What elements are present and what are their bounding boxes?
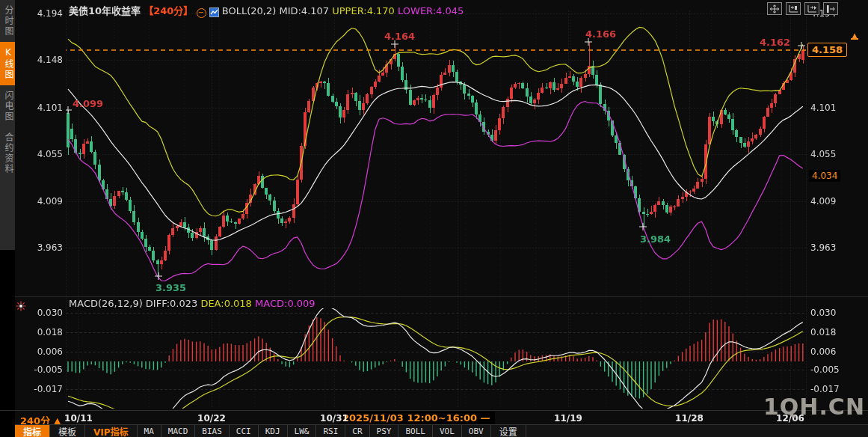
- toolbar-item-KDJ[interactable]: KDJ: [259, 425, 288, 437]
- current-price-box: 4.158: [807, 43, 847, 57]
- sidebar-tab-2[interactable]: K线图: [0, 42, 15, 85]
- time-axis: 240分 ▲ 2025/11/03 12:00~16:00 — 10/1110/…: [0, 410, 868, 425]
- macd-diff-label: MACD(26,12,9) DIFF:0.023: [69, 298, 197, 309]
- extreme-label-4.164: 4.164: [384, 31, 415, 42]
- extreme-label-3.935: 3.935: [156, 282, 186, 293]
- toolbar-item-MACD[interactable]: MACD: [161, 425, 196, 437]
- macd-axis-label-right-0.006: 0.006: [810, 346, 836, 357]
- bar-time-tooltip: 2025/11/03 12:00~16:00 —: [338, 412, 495, 424]
- toolbar-item-BIAS[interactable]: BIAS: [195, 425, 230, 437]
- price-axis-label-left-3.963: 3.963: [13, 242, 63, 253]
- shift-right-icon[interactable]: [823, 2, 838, 15]
- toolbar-item-CR[interactable]: CR: [345, 425, 369, 437]
- toolbar-item-BOLL[interactable]: BOLL: [398, 425, 433, 437]
- compress-axis-icon[interactable]: [786, 2, 801, 15]
- mini-chart-icon[interactable]: [209, 7, 219, 18]
- indicator-toolbar: 指标模板VIP指标MAMACDBIASCCIKDJLW&RSICRPSYBOLL…: [15, 424, 868, 437]
- price-axis-label-left-4.101: 4.101: [13, 103, 63, 113]
- price-axis-label-right-4.101: 4.101: [810, 103, 836, 113]
- macd-axis-label-right-0.018: 0.018: [810, 327, 836, 337]
- expand-axis-icon[interactable]: [804, 2, 819, 15]
- macd-axis-label-left--0.005: -0.005: [13, 364, 63, 375]
- toolbar-item-指标[interactable]: 指标: [15, 425, 50, 437]
- time-tick-10/22: 10/22: [197, 413, 226, 424]
- instrument-title: 美债10年收益率: [69, 5, 141, 16]
- price-up-arrow-icon: ▲: [851, 32, 858, 40]
- pan-icon[interactable]: [767, 2, 782, 15]
- toolbar-item-LW&[interactable]: LW&: [288, 425, 317, 437]
- boll-mid-label: BOLL(20,2) MID:4.107: [222, 5, 329, 16]
- boll-upper-label: UPPER:4.170: [332, 5, 395, 16]
- time-tick-10/11: 10/11: [64, 413, 93, 424]
- toolbar-item-设置[interactable]: 设置: [491, 425, 526, 437]
- collapse-indicator-icon[interactable]: −: [197, 8, 206, 18]
- time-tick-11/19: 11/19: [554, 413, 582, 424]
- chart-tool-icons: [767, 2, 838, 15]
- candlestick-chart-canvas[interactable]: [0, 0, 868, 437]
- toolbar-item-模板[interactable]: 模板: [50, 425, 85, 437]
- macd-axis-label-right--0.017: -0.017: [810, 384, 840, 394]
- watermark: 1QH.CN: [763, 394, 865, 420]
- time-tick-10/31: 10/31: [320, 413, 348, 424]
- toolbar-item-CCI[interactable]: CCI: [230, 425, 259, 437]
- left-sidebar: 分时图K线图闪电图合约资料: [0, 0, 15, 437]
- macd-axis-label-left-0.018: 0.018: [13, 327, 63, 337]
- price-axis-label-right-3.963: 3.963: [810, 242, 836, 253]
- settlement-price-label: 4.034: [809, 170, 840, 182]
- sidebar-tab-1[interactable]: 分时图: [0, 0, 15, 42]
- price-axis-label-right-4.009: 4.009: [810, 196, 836, 207]
- extreme-label-4.166: 4.166: [585, 28, 616, 40]
- price-axis-label-right-4.055: 4.055: [810, 149, 836, 159]
- price-axis-label-left-4.009: 4.009: [13, 196, 63, 207]
- macd-value-label: MACD:0.009: [255, 298, 316, 309]
- indicator-star-icon[interactable]: [16, 301, 26, 311]
- time-tick-11/28: 11/28: [675, 413, 704, 424]
- macd-axis-label-right--0.005: -0.005: [810, 364, 840, 375]
- macd-header: MACD(26,12,9) DIFF:0.023 DEA:0.018 MACD:…: [69, 298, 316, 309]
- toolbar-item-RSI[interactable]: RSI: [316, 425, 345, 437]
- toolbar-item-OBV[interactable]: OBV: [462, 425, 491, 437]
- price-axis-label-left-4.055: 4.055: [13, 149, 63, 159]
- macd-axis-label-right-0.030: 0.030: [810, 308, 836, 318]
- boll-lower-label: LOWER:4.045: [398, 5, 464, 16]
- macd-axis-label-left-0.006: 0.006: [13, 346, 63, 357]
- extreme-label-4.099: 4.099: [73, 98, 103, 109]
- sidebar-tab-3[interactable]: 闪电图: [0, 85, 15, 127]
- macd-dea-label: DEA:0.018: [200, 298, 252, 309]
- sidebar-tab-4[interactable]: 合约资料: [0, 127, 15, 180]
- chart-header: 美债10年收益率 【240分】 − BOLL(20,2) MID:4.107 U…: [69, 3, 464, 18]
- price-axis-label-left-4.194: 4.194: [13, 8, 63, 19]
- extreme-label-4.162: 4.162: [760, 37, 790, 48]
- toolbar-item-MA[interactable]: MA: [138, 425, 161, 437]
- chart-mode-tabs: 分时图K线图闪电图合约资料: [0, 0, 15, 250]
- price-axis-label-left-4.148: 4.148: [13, 55, 63, 65]
- chart-window: 分时图K线图闪电图合约资料 美债10年收益率 【240分】 − BOLL(20,…: [0, 0, 868, 437]
- extreme-label-3.984: 3.984: [640, 233, 671, 245]
- toolbar-item-VOL[interactable]: VOL: [433, 425, 462, 437]
- period-tag: 【240分】: [144, 5, 193, 16]
- toolbar-item-VIP指标[interactable]: VIP指标: [85, 425, 138, 437]
- macd-axis-label-left--0.017: -0.017: [13, 384, 63, 394]
- toolbar-item-PSY[interactable]: PSY: [370, 425, 399, 437]
